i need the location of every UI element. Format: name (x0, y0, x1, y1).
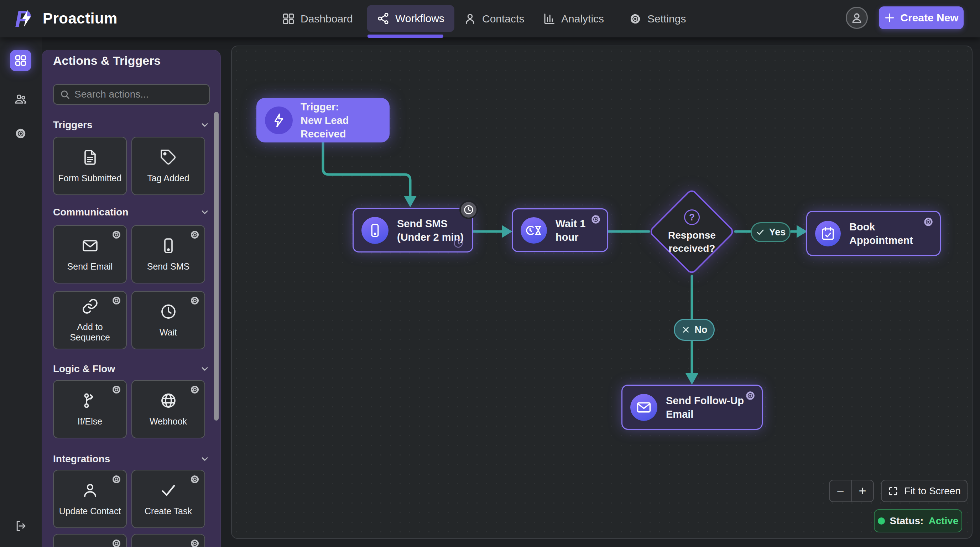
gear-icon[interactable] (590, 214, 601, 225)
no-label: No (695, 324, 708, 336)
rail-item-dashboard[interactable] (10, 50, 31, 71)
active-tab-underline (368, 35, 443, 38)
chevron-down-icon (200, 207, 210, 217)
gear-icon[interactable] (111, 384, 122, 395)
brand-logo[interactable]: P Proactium (14, 5, 118, 32)
create-new-button[interactable]: Create New (879, 6, 964, 29)
clock-hourglass-icon (520, 217, 547, 243)
edge-label-yes[interactable]: Yes (751, 222, 791, 242)
node-label: Send Follow-Up Email (666, 394, 754, 421)
action-card-partial[interactable] (53, 534, 127, 547)
search-actions-input[interactable] (75, 89, 203, 100)
nav-item-contacts[interactable]: Contacts (464, 0, 524, 37)
zoom-in-button[interactable]: + (852, 480, 873, 501)
grid-icon (14, 54, 27, 67)
smartphone-icon (361, 217, 388, 244)
panel-title: Actions & Triggers (53, 54, 161, 68)
gear-icon[interactable] (189, 295, 200, 306)
section-header-logic-flow[interactable]: Logic & Flow (53, 362, 210, 376)
section-header-triggers[interactable]: Triggers (53, 118, 210, 132)
chevron-down-icon (200, 364, 210, 374)
action-card-send-email[interactable]: Send Email (53, 225, 127, 283)
action-card-send-sms[interactable]: Send SMS (131, 225, 205, 283)
person-icon (81, 482, 99, 499)
logo-p-bolt-icon: P (14, 5, 37, 32)
rail-item-settings[interactable] (10, 123, 31, 144)
edge-trigger-to-sms (323, 142, 410, 197)
nav-label: Analytics (561, 13, 604, 25)
node-label: Book Appointment (849, 220, 932, 247)
yes-label: Yes (769, 227, 786, 238)
search-actions-box (53, 84, 210, 105)
arrowhead-right-wait (502, 225, 512, 238)
node-send-sms[interactable]: Send SMS (Under 2 min) (353, 208, 473, 253)
node-book-appointment[interactable]: Book Appointment (806, 211, 941, 256)
action-card-form-submitted[interactable]: Form Submitted (53, 137, 127, 195)
gear-icon[interactable] (111, 474, 122, 485)
section-header-communication[interactable]: Communication (53, 205, 210, 219)
section-label: Triggers (53, 119, 92, 131)
plus-icon (884, 12, 895, 24)
fit-to-screen-button[interactable]: Fit to Screen (881, 480, 967, 502)
clock-icon (453, 238, 464, 248)
nav-item-workflows[interactable]: Workflows (367, 5, 454, 32)
gear-icon[interactable] (111, 295, 122, 306)
timing-badge-clock-icon (460, 200, 478, 219)
arrowhead-down-sms (404, 196, 417, 207)
action-card-tag-added[interactable]: Tag Added (131, 137, 205, 195)
rail-item-contacts[interactable] (10, 88, 31, 110)
node-send-follow-up-email[interactable]: Send Follow-Up Email (621, 385, 763, 430)
section-header-integrations[interactable]: Integrations (53, 452, 210, 466)
action-card-label: Update Contact (57, 506, 123, 516)
gear-icon (14, 127, 27, 140)
gear-icon[interactable] (111, 229, 122, 240)
action-card-create-task[interactable]: Create Task (131, 470, 205, 528)
node-label-line1: Send SMS (397, 217, 464, 231)
lightning-icon (265, 107, 293, 134)
gear-icon[interactable] (189, 474, 200, 485)
status-value: Active (928, 515, 958, 527)
action-card-update-contact[interactable]: Update Contact (53, 470, 127, 528)
gear-icon[interactable] (745, 390, 756, 401)
nav-label: Settings (648, 13, 686, 25)
chevron-down-icon (200, 120, 210, 130)
status-label: Status: (890, 515, 924, 527)
create-new-label: Create New (900, 12, 958, 24)
zoom-out-button[interactable]: − (830, 480, 852, 501)
nav-item-dashboard[interactable]: Dashboard (282, 0, 353, 37)
section-label: Integrations (53, 453, 110, 465)
gear-icon[interactable] (189, 229, 200, 240)
section-label: Logic & Flow (53, 363, 115, 375)
workflow-status-pill[interactable]: Status: Active (874, 509, 962, 533)
status-dot-icon (878, 517, 885, 525)
x-icon (681, 325, 690, 334)
action-card-wait[interactable]: Wait (131, 291, 205, 349)
gear-icon[interactable] (189, 384, 200, 395)
gear-icon[interactable] (923, 216, 934, 227)
action-card-webhook[interactable]: Webhook (131, 380, 205, 438)
nav-item-settings[interactable]: Settings (629, 0, 686, 37)
panel-scrollbar-thumb[interactable] (214, 112, 219, 421)
edge-label-no[interactable]: No (674, 319, 715, 341)
link-icon (81, 298, 99, 315)
rail-item-logout[interactable] (10, 515, 31, 537)
workflow-canvas[interactable]: Trigger: New Lead Received Send SMS (Und… (231, 46, 972, 539)
action-card-label: Tag Added (145, 173, 191, 183)
node-trigger-new-lead[interactable]: Trigger: New Lead Received (256, 98, 390, 142)
gear-icon[interactable] (111, 538, 122, 547)
clock-icon (160, 303, 177, 320)
node-decision-response-received[interactable] (648, 188, 735, 275)
action-card-if-else[interactable]: If/Else (53, 380, 127, 438)
node-wait-1-hour[interactable]: Wait 1 hour (512, 208, 608, 252)
nav-item-analytics[interactable]: Analytics (543, 0, 604, 37)
node-label-line1: Trigger: (301, 100, 381, 114)
user-avatar[interactable] (846, 7, 868, 29)
fit-to-screen-label: Fit to Screen (904, 485, 961, 497)
gear-icon[interactable] (189, 538, 200, 547)
person-icon (464, 13, 476, 25)
section-label: Communication (53, 207, 129, 218)
action-card-add-to-sequence[interactable]: Add to Sequence (53, 291, 127, 349)
brand-name: Proactium (43, 10, 118, 27)
action-card-partial[interactable] (131, 534, 205, 547)
mail-icon (81, 237, 99, 254)
